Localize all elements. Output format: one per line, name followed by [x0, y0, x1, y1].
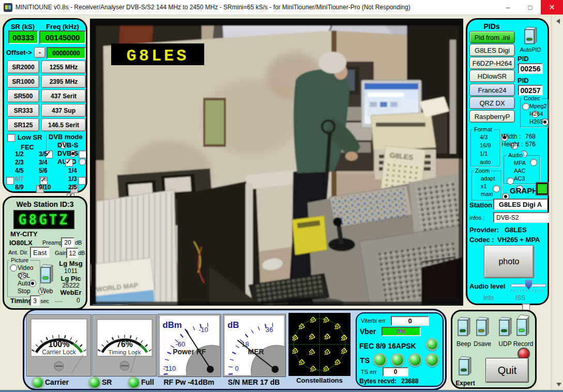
expert-toggle-label: Expert: [452, 380, 478, 387]
graph-indicator[interactable]: [537, 183, 548, 194]
photo-button[interactable]: photo: [484, 245, 534, 278]
pid-preset-button[interactable]: HDlowSR: [469, 70, 515, 82]
height-label: Height :: [501, 141, 523, 148]
mer-tick-lo: 0: [235, 365, 239, 372]
low-sr-checkbox[interactable]: [7, 134, 15, 142]
pid-from-ini-button[interactable]: Pid from .ini: [469, 31, 515, 43]
offset-value-field[interactable]: 00000000: [47, 47, 86, 59]
audio-level-ticks: [511, 290, 545, 292]
fec-checkbox[interactable]: [78, 177, 86, 185]
picture-qsl-label: QSL: [18, 272, 30, 279]
freq-preset-button[interactable]: 437 Sup: [41, 104, 86, 117]
autopid-toggle-switch[interactable]: [523, 25, 538, 47]
station-field[interactable]: G8LES Digi A: [493, 199, 547, 210]
locator-label: IO80LX: [9, 239, 33, 247]
pid-preset-button[interactable]: RaspberryP: [469, 110, 515, 123]
freq-preset-button[interactable]: 1255 MHz: [41, 61, 86, 73]
maximize-button[interactable]: □: [519, 0, 541, 14]
pid-preset-button[interactable]: France24: [469, 84, 515, 96]
sr-led: [88, 376, 101, 389]
snr-mer-reading: S/N MER 17 dB: [223, 378, 285, 386]
preamp-field[interactable]: 20: [61, 237, 74, 248]
titlebar[interactable]: MINITIOUNE v0.8s - Receiver/Analyser DVB…: [0, 0, 563, 15]
pid-audio-field[interactable]: 00257: [518, 85, 543, 96]
close-button[interactable]: ✕: [541, 0, 563, 14]
picture-group-label: Picture: [9, 257, 30, 263]
freq-preset-button[interactable]: 2395 MHz: [41, 75, 86, 88]
fec-checkbox-label: 2/3: [15, 159, 24, 166]
gain-unit: dB: [78, 250, 85, 256]
viterbi-err-field: 0: [391, 316, 429, 326]
preamp-unit: dB: [75, 239, 82, 246]
gain-field[interactable]: 12: [66, 248, 79, 259]
carrier-lock-label: Carrier Lock: [42, 349, 76, 356]
meters-panel: 100% Carrier Lock 76% Timing Lock: [23, 309, 447, 390]
sr-preset-button[interactable]: SR2000: [7, 61, 39, 73]
fec-checkbox[interactable]: [6, 177, 14, 185]
record-toggle-label: Record: [511, 340, 535, 348]
fec-checkbox[interactable]: [79, 150, 86, 158]
dsave-toggle-switch[interactable]: [475, 315, 490, 339]
bytes-recvd-label: Bytes recvd:: [359, 378, 397, 385]
fec-checkbox-label: 3/5: [39, 150, 48, 158]
constellation-display: [288, 313, 351, 376]
offset-sign-button[interactable]: -: [34, 47, 45, 58]
callsign-display: G8GTZ: [13, 210, 74, 229]
dvb-auto-radio[interactable]: [79, 158, 86, 165]
freq-preset-button[interactable]: 437 Serit: [41, 89, 86, 102]
scroll-arrow-icon[interactable]: [556, 383, 561, 386]
zoom-x1-label: x1: [481, 183, 487, 189]
pid-preset-button[interactable]: QRZ DX: [469, 97, 515, 109]
sr-preset-button[interactable]: SR1000: [7, 75, 39, 88]
sr-preset-button[interactable]: SR333: [7, 104, 39, 117]
audio-aac-radio[interactable]: [507, 177, 514, 185]
timing-field[interactable]: 3: [30, 295, 40, 306]
provider-value: G8LES: [505, 226, 527, 234]
freq-preset-button[interactable]: 146.5 Serit: [41, 118, 86, 131]
app-icon: [4, 3, 12, 12]
full-led: [128, 376, 140, 389]
constellations-label: Constellations: [288, 376, 351, 384]
pid-video-field[interactable]: 00256: [518, 63, 543, 74]
ts-led: [373, 353, 387, 367]
codec-mpeg2-radio[interactable]: [522, 103, 529, 110]
audio-mpa-label: MPA: [514, 160, 526, 166]
udp-toggle-switch[interactable]: [498, 315, 512, 339]
zoom-maxi-label: maxi: [481, 191, 493, 197]
audio-level-slider-thumb[interactable]: [525, 280, 532, 290]
format-auto-label: auto: [480, 159, 491, 165]
pids-title: PIDs: [469, 22, 514, 31]
quit-button[interactable]: Quit: [485, 358, 529, 383]
rf-tick-hi: -10: [199, 326, 208, 334]
autopid-label: AutoPID: [518, 47, 543, 53]
fec-checkbox-label: 5/6: [39, 167, 48, 174]
pid-preset-button[interactable]: G8LES Digi: [469, 44, 515, 56]
timing-label: Timing: [10, 297, 32, 305]
picture-video-radio[interactable]: [10, 264, 17, 272]
preamp-label: Preamp: [42, 239, 63, 246]
station-label: Station: [469, 201, 492, 209]
ant-dir-field[interactable]: East: [30, 247, 50, 258]
iss-checkbox-label: ISS: [515, 294, 525, 301]
record-toggle-switch[interactable]: [515, 314, 530, 339]
web-toggle-switch[interactable]: [39, 263, 54, 287]
pid-preset-button[interactable]: F6DZP-H264: [469, 57, 515, 69]
ts-led: [391, 353, 404, 367]
sr-preset-button[interactable]: SR125: [7, 118, 39, 131]
sr-value-field[interactable]: 00333: [8, 31, 38, 44]
fec-status-label: FEC 8/9 16APSK: [359, 342, 416, 350]
ts-err-field: 0: [383, 367, 408, 376]
dvb-s-radio-label: DVB-S: [57, 141, 78, 149]
freq-value-field[interactable]: 00145000: [39, 31, 86, 44]
beep-toggle-switch[interactable]: [457, 315, 471, 339]
infos-field[interactable]: DVB-S2: [493, 212, 550, 223]
fec-checkbox[interactable]: [65, 159, 73, 167]
scroll-arrow-icon[interactable]: [556, 19, 560, 24]
codec-h265-label: H265: [529, 118, 543, 125]
zoom-adapt-radio[interactable]: [493, 185, 500, 192]
minimize-button[interactable]: –: [497, 0, 519, 14]
sr-preset-button[interactable]: SR500: [7, 89, 39, 102]
ts-led: [425, 353, 439, 367]
fec-checkbox-label: 8/9: [15, 184, 24, 191]
expert-toggle-switch[interactable]: [458, 355, 472, 379]
